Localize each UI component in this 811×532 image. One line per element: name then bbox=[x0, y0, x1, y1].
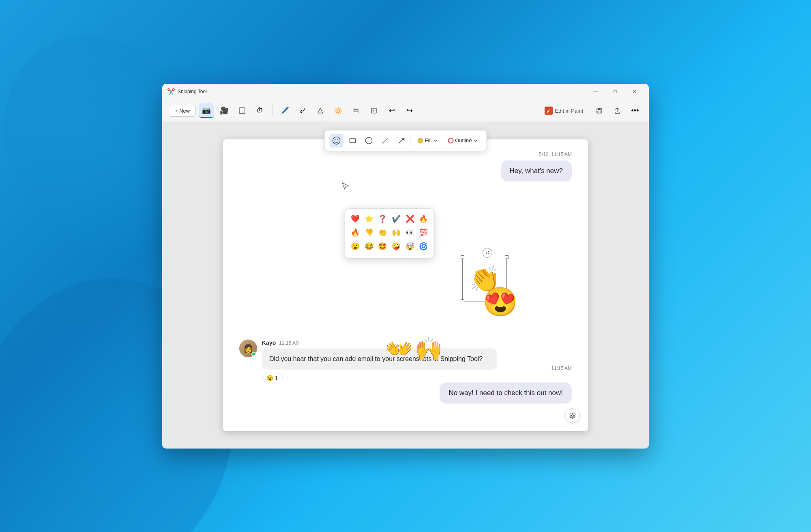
fill-color-swatch bbox=[418, 138, 423, 143]
reaction-badge[interactable]: 😮 1 bbox=[262, 373, 283, 383]
paint-icon: 🖌 bbox=[545, 107, 553, 115]
share-button[interactable] bbox=[610, 103, 624, 118]
region-button[interactable] bbox=[235, 103, 249, 118]
marker-button[interactable]: 🖋 bbox=[295, 103, 310, 118]
avatar-kayo: 👩 bbox=[239, 340, 257, 357]
circle-tool-button[interactable] bbox=[362, 134, 376, 147]
handle-bl[interactable] bbox=[461, 299, 464, 303]
emoji-heart[interactable]: ❤️ bbox=[349, 213, 361, 225]
chat-screenshot: 5/12, 11:15 AM Hey, what's new? ❤️ ⭐ ❓ ✔… bbox=[223, 139, 588, 431]
new-button-label: + New bbox=[175, 108, 190, 114]
emoji-picker[interactable]: ❤️ ⭐ ❓ ✔️ ❌ 🔥 🔥 👎 👏 🙌 👀 💯 😮 bbox=[345, 208, 434, 259]
redo-button[interactable]: ↪ bbox=[402, 103, 417, 118]
svg-rect-9 bbox=[350, 139, 356, 143]
crop-button[interactable] bbox=[349, 103, 363, 118]
video-button[interactable]: 🎥 bbox=[217, 103, 232, 118]
emoji-row-2: 🔥 👎 👏 🙌 👀 💯 bbox=[349, 226, 429, 239]
emoji-tool-button[interactable] bbox=[330, 134, 343, 147]
save-button[interactable] bbox=[592, 103, 607, 118]
sent-message-row-2: No way! I need to check this out now! bbox=[369, 382, 572, 404]
handle-tr[interactable] bbox=[505, 255, 508, 259]
sent-time-label: 11:15 AM bbox=[551, 365, 572, 371]
eraser-button[interactable] bbox=[313, 103, 328, 118]
edit-in-paint-button[interactable]: 🖌 Edit in Paint bbox=[539, 104, 589, 117]
more-button[interactable]: ••• bbox=[628, 103, 642, 118]
emoji-thumbdown[interactable]: 👎 bbox=[363, 226, 375, 239]
svg-marker-1 bbox=[318, 108, 323, 113]
received-message-text: Did you hear that you can add emoji to y… bbox=[269, 355, 483, 362]
emoji-dizzy[interactable]: 🌀 bbox=[417, 240, 429, 252]
svg-rect-2 bbox=[371, 108, 376, 113]
emoji-fire[interactable]: 🔥 bbox=[417, 213, 429, 225]
canvas-area[interactable]: Fill Outline 5/12, 11:15 AM Hey, what's … bbox=[162, 122, 649, 449]
svg-rect-0 bbox=[239, 108, 245, 113]
highlighter-button[interactable]: 🔆 bbox=[331, 103, 345, 118]
svg-line-11 bbox=[382, 138, 388, 143]
drawing-toolbar: Fill Outline bbox=[324, 130, 487, 151]
outline-color-swatch bbox=[448, 138, 453, 143]
svg-point-7 bbox=[335, 139, 335, 140]
clap-stickers-area: 👐 🙌 bbox=[385, 336, 443, 362]
emoji-row-1: ❤️ ⭐ ❓ ✔️ ❌ 🔥 bbox=[349, 213, 429, 225]
minimize-button[interactable]: — bbox=[586, 85, 605, 98]
window-controls: — □ ✕ bbox=[586, 85, 644, 98]
line-tool-button[interactable] bbox=[378, 134, 392, 147]
svg-rect-4 bbox=[598, 108, 601, 110]
rotate-handle[interactable]: ↺ bbox=[483, 248, 492, 258]
sent-message-text-1: Hey, what's new? bbox=[510, 167, 563, 175]
emoji-clap[interactable]: 👏 bbox=[376, 226, 388, 239]
edit-paint-label: Edit in Paint bbox=[555, 108, 583, 114]
emoji-wow[interactable]: 😮 bbox=[349, 240, 361, 252]
toolbar-separator-1 bbox=[272, 105, 272, 116]
message-time: 11:15 AM bbox=[279, 340, 300, 346]
outline-button[interactable]: Outline bbox=[444, 136, 481, 145]
emoji-starstruck[interactable]: 🤩 bbox=[376, 240, 388, 252]
received-bubble: Did you hear that you can add emoji to y… bbox=[262, 348, 497, 370]
date-row: 5/12, 11:15 AM bbox=[239, 152, 572, 157]
app-icon: ✂️ bbox=[167, 88, 175, 96]
sent-message-row-1: Hey, what's new? bbox=[239, 160, 572, 182]
emoji-100[interactable]: 💯 bbox=[417, 226, 429, 239]
emoji-laugh[interactable]: 😂 bbox=[363, 240, 375, 252]
fill-button[interactable]: Fill bbox=[414, 136, 442, 145]
sent-bubble-1: Hey, what's new? bbox=[501, 160, 572, 182]
clap-sticker-2: 🙌 bbox=[415, 336, 443, 361]
emoji-check[interactable]: ✔️ bbox=[390, 213, 402, 225]
draw-separator bbox=[411, 136, 411, 145]
reaction-emoji: 😮 bbox=[266, 375, 273, 381]
screenshot-button[interactable]: 📷 bbox=[199, 103, 214, 118]
snipping-tool-window: ✂️ Snipping Tool — □ ✕ + New 📷 🎥 ⏱ 🖊️ 🖋 … bbox=[162, 84, 649, 449]
settings-icon-chat[interactable] bbox=[565, 408, 580, 423]
main-toolbar: + New 📷 🎥 ⏱ 🖊️ 🖋 🔆 ↩ ↪ 🖌 Edit in Paint bbox=[162, 100, 649, 122]
outline-label: Outline bbox=[455, 137, 472, 143]
clap-sticker-1: 👐 bbox=[385, 336, 413, 361]
maximize-button[interactable]: □ bbox=[606, 85, 624, 98]
transform-button[interactable] bbox=[367, 103, 381, 118]
pen-button[interactable]: 🖊️ bbox=[277, 103, 292, 118]
emoji-hands[interactable]: 🙌 bbox=[390, 226, 402, 239]
love-emoji-sticker[interactable]: 😍 bbox=[483, 285, 518, 318]
emoji-x[interactable]: ❌ bbox=[404, 213, 416, 225]
handle-tl[interactable] bbox=[461, 255, 464, 259]
arrow-tool-button[interactable] bbox=[395, 134, 408, 147]
svg-line-12 bbox=[399, 138, 404, 143]
emoji-eyes[interactable]: 👀 bbox=[404, 226, 416, 239]
emoji-fire2[interactable]: 🔥 bbox=[349, 226, 361, 239]
undo-button[interactable]: ↩ bbox=[384, 103, 399, 118]
emoji-question[interactable]: ❓ bbox=[376, 213, 388, 225]
emoji-row-3: 😮 😂 🤩 🤪 🤯 🌀 bbox=[349, 240, 429, 252]
svg-point-6 bbox=[333, 137, 340, 144]
timer-button[interactable]: ⏱ bbox=[253, 103, 267, 118]
fill-label: Fill bbox=[425, 137, 432, 143]
sent-message-text-2: No way! I need to check this out now! bbox=[448, 389, 563, 397]
sent-time-row: 11:15 AM bbox=[551, 365, 572, 371]
close-button[interactable]: ✕ bbox=[625, 85, 644, 98]
new-button[interactable]: + New bbox=[169, 105, 196, 117]
online-indicator bbox=[251, 352, 256, 357]
emoji-star[interactable]: ⭐ bbox=[363, 213, 375, 225]
svg-point-8 bbox=[337, 139, 338, 140]
reaction-count: 1 bbox=[275, 375, 278, 381]
rect-tool-button[interactable] bbox=[346, 134, 360, 147]
emoji-exploding[interactable]: 🤯 bbox=[404, 240, 416, 252]
emoji-zany[interactable]: 🤪 bbox=[390, 240, 402, 252]
